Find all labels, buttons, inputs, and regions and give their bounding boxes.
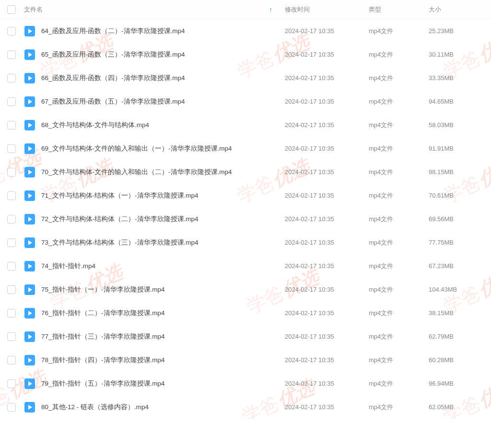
row-checkbox[interactable]: [7, 121, 16, 130]
file-row[interactable]: 73_文件与结构体-结构体（三）-清华李欣隆授课.mp42024-02-17 1…: [0, 231, 491, 254]
column-type-label: 类型: [369, 6, 381, 13]
file-name-text: 66_函数及应用-函数（四）-清华李欣隆授课.mp4: [41, 74, 185, 83]
column-size-label: 大小: [429, 6, 441, 13]
row-checkbox-cell: [7, 309, 24, 318]
file-size: 67.23MB: [429, 262, 484, 270]
file-size: 104.43MB: [429, 286, 484, 293]
file-row[interactable]: 77_指针-指针（三）-清华李欣隆授课.mp42024-02-17 10:35m…: [0, 325, 491, 348]
file-size: 69.56MB: [429, 215, 484, 223]
file-size: 98.15MB: [429, 168, 484, 176]
file-name-cell: 79_指针-指针（五）-清华李欣隆授课.mp4: [24, 378, 285, 389]
row-checkbox-cell: [7, 121, 24, 130]
file-date: 2024-02-17 10:35: [285, 27, 369, 35]
row-checkbox[interactable]: [7, 215, 16, 224]
file-size: 77.75MB: [429, 239, 484, 246]
file-name-text: 67_函数及应用-函数（五）-清华李欣隆授课.mp4: [41, 97, 185, 106]
file-row[interactable]: 76_指针-指针（二）-清华李欣隆授课.mp42024-02-17 10:35m…: [0, 301, 491, 325]
file-type: mp4文件: [369, 74, 429, 83]
row-checkbox[interactable]: [7, 27, 16, 35]
row-checkbox[interactable]: [7, 50, 16, 59]
file-name-cell: 75_指针-指针（一）-清华李欣隆授课.mp4: [24, 284, 285, 295]
row-checkbox-cell: [7, 285, 24, 294]
file-row[interactable]: 71_文件与结构体-结构体（一）-清华李欣隆授课.mp42024-02-17 1…: [0, 184, 491, 207]
file-name-text: 72_文件与结构体-结构体（二）-清华李欣隆授课.mp4: [41, 215, 199, 224]
sort-ascending-icon: ↑: [269, 6, 272, 13]
video-file-icon: [24, 96, 35, 107]
file-date: 2024-02-17 10:35: [285, 286, 369, 293]
video-file-icon: [24, 401, 35, 413]
file-size: 62.79MB: [429, 333, 484, 340]
file-date: 2024-02-17 10:35: [285, 215, 369, 223]
table-header: 文件名 ↑ 修改时间 类型 大小: [0, 0, 491, 19]
file-row[interactable]: 75_指针-指针（一）-清华李欣隆授课.mp42024-02-17 10:35m…: [0, 278, 491, 301]
file-name-cell: 72_文件与结构体-结构体（二）-清华李欣隆授课.mp4: [24, 213, 285, 225]
file-type: mp4文件: [369, 332, 429, 341]
file-name-text: 65_函数及应用-函数（三）-清华李欣隆授课.mp4: [41, 50, 185, 59]
column-header-date[interactable]: 修改时间: [285, 5, 369, 14]
file-name-cell: 78_指针-指针（四）-清华李欣隆授课.mp4: [24, 354, 285, 366]
file-type: mp4文件: [369, 97, 429, 106]
file-name-text: 73_文件与结构体-结构体（三）-清华李欣隆授课.mp4: [41, 238, 199, 247]
file-name-text: 76_指针-指针（二）-清华李欣隆授课.mp4: [41, 309, 165, 318]
row-checkbox-cell: [7, 144, 24, 153]
column-header-type[interactable]: 类型: [369, 5, 429, 14]
file-row[interactable]: 70_文件与结构体-文件的输入和输出（二）-清华李欣隆授课.mp42024-02…: [0, 160, 491, 184]
video-file-icon: [24, 143, 35, 154]
header-checkbox-cell: [7, 5, 24, 14]
file-row[interactable]: 69_文件与结构体-文件的输入和输出（一）-清华李欣隆授课.mp42024-02…: [0, 137, 491, 160]
row-checkbox[interactable]: [7, 144, 16, 153]
row-checkbox[interactable]: [7, 97, 16, 106]
row-checkbox[interactable]: [7, 332, 16, 341]
select-all-checkbox[interactable]: [7, 5, 16, 14]
row-checkbox[interactable]: [7, 191, 16, 200]
row-checkbox[interactable]: [7, 262, 16, 271]
column-header-name[interactable]: 文件名 ↑: [24, 5, 285, 14]
row-checkbox[interactable]: [7, 379, 16, 388]
row-checkbox[interactable]: [7, 309, 16, 318]
video-file-icon: [24, 166, 35, 178]
file-type: mp4文件: [369, 168, 429, 177]
file-type: mp4文件: [369, 121, 429, 130]
row-checkbox[interactable]: [7, 285, 16, 294]
file-date: 2024-02-17 10:35: [285, 380, 369, 387]
row-checkbox[interactable]: [7, 74, 16, 83]
file-size: 58.03MB: [429, 121, 484, 129]
video-file-icon: [24, 72, 35, 84]
column-header-size[interactable]: 大小: [429, 5, 484, 14]
file-name-cell: 67_函数及应用-函数（五）-清华李欣隆授课.mp4: [24, 96, 285, 107]
file-type: mp4文件: [369, 191, 429, 200]
file-name-cell: 80_其他-12 - 链表（选修内容）.mp4: [24, 401, 285, 413]
file-row[interactable]: 74_指针-指针.mp42024-02-17 10:35mp4文件67.23MB: [0, 254, 491, 278]
row-checkbox[interactable]: [7, 168, 16, 177]
file-row[interactable]: 66_函数及应用-函数（四）-清华李欣隆授课.mp42024-02-17 10:…: [0, 66, 491, 90]
file-type: mp4文件: [369, 403, 429, 412]
file-row[interactable]: 67_函数及应用-函数（五）-清华李欣隆授课.mp42024-02-17 10:…: [0, 90, 491, 113]
row-checkbox[interactable]: [7, 403, 16, 412]
row-checkbox-cell: [7, 215, 24, 224]
file-size: 70.61MB: [429, 192, 484, 199]
video-file-icon: [24, 331, 35, 342]
video-file-icon: [24, 190, 35, 201]
file-size: 91.91MB: [429, 145, 484, 152]
file-type: mp4文件: [369, 379, 429, 388]
row-checkbox-cell: [7, 356, 24, 365]
row-checkbox[interactable]: [7, 356, 16, 365]
file-type: mp4文件: [369, 144, 429, 153]
row-checkbox-cell: [7, 27, 24, 35]
file-row[interactable]: 79_指针-指针（五）-清华李欣隆授课.mp42024-02-17 10:35m…: [0, 372, 491, 395]
video-file-icon: [24, 307, 35, 319]
file-name-text: 74_指针-指针.mp4: [41, 262, 95, 271]
file-row[interactable]: 65_函数及应用-函数（三）-清华李欣隆授课.mp42024-02-17 10:…: [0, 43, 491, 66]
file-row[interactable]: 80_其他-12 - 链表（选修内容）.mp42024-02-17 10:35m…: [0, 395, 491, 419]
row-checkbox-cell: [7, 168, 24, 177]
file-row[interactable]: 78_指针-指针（四）-清华李欣隆授课.mp42024-02-17 10:35m…: [0, 348, 491, 372]
file-row[interactable]: 72_文件与结构体-结构体（二）-清华李欣隆授课.mp42024-02-17 1…: [0, 207, 491, 231]
file-row[interactable]: 64_函数及应用-函数（二）-清华李欣隆授课.mp42024-02-17 10:…: [0, 19, 491, 43]
row-checkbox[interactable]: [7, 238, 16, 247]
file-type: mp4文件: [369, 309, 429, 318]
video-file-icon: [24, 260, 35, 272]
video-file-icon: [24, 119, 35, 131]
video-file-icon: [24, 213, 35, 225]
file-type: mp4文件: [369, 50, 429, 59]
file-row[interactable]: 68_文件与结构体-文件与结构体.mp42024-02-17 10:35mp4文…: [0, 113, 491, 137]
